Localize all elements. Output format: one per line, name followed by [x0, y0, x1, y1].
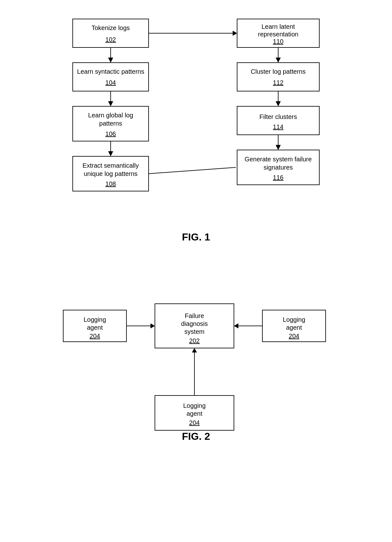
svg-text:agent: agent — [87, 324, 103, 331]
svg-text:FIG. 2: FIG. 2 — [182, 431, 210, 442]
svg-text:Logging: Logging — [83, 316, 106, 323]
fig2-diagram: Logging agent 204 Failure diagnosis syst… — [22, 259, 370, 443]
svg-text:representation: representation — [258, 31, 298, 38]
svg-text:Tokenize logs: Tokenize logs — [91, 24, 130, 31]
fig1-diagram: Tokenize logs 102 Learn syntactic patter… — [22, 13, 370, 253]
svg-rect-0 — [73, 19, 149, 47]
svg-text:patterns: patterns — [99, 120, 122, 127]
svg-text:Generate system failure: Generate system failure — [245, 156, 312, 163]
svg-rect-33 — [237, 106, 319, 135]
svg-line-42 — [149, 167, 236, 174]
svg-text:diagnosis: diagnosis — [181, 320, 208, 327]
svg-text:Logging: Logging — [283, 316, 305, 323]
svg-text:108: 108 — [105, 180, 116, 187]
svg-text:signatures: signatures — [264, 164, 293, 171]
svg-text:204: 204 — [189, 419, 199, 426]
svg-text:Learn latent: Learn latent — [261, 23, 295, 30]
svg-text:116: 116 — [273, 174, 283, 181]
svg-marker-4 — [108, 58, 113, 63]
svg-text:202: 202 — [189, 337, 199, 344]
svg-text:104: 104 — [105, 79, 116, 86]
svg-marker-32 — [276, 101, 281, 106]
svg-marker-66 — [192, 348, 197, 352]
svg-marker-15 — [108, 151, 113, 156]
svg-text:agent: agent — [286, 324, 302, 331]
svg-text:204: 204 — [89, 333, 100, 340]
svg-text:FIG. 1: FIG. 1 — [182, 231, 210, 243]
svg-marker-25 — [233, 31, 237, 36]
svg-text:110: 110 — [273, 38, 283, 45]
svg-marker-37 — [276, 145, 281, 150]
svg-marker-49 — [150, 323, 155, 328]
svg-text:agent: agent — [187, 410, 202, 417]
svg-text:Learn syntactic patterns: Learn syntactic patterns — [77, 68, 144, 75]
svg-text:204: 204 — [289, 333, 299, 340]
svg-marker-9 — [108, 101, 113, 106]
svg-text:102: 102 — [105, 36, 116, 43]
svg-text:Failure: Failure — [185, 312, 204, 319]
svg-text:Logging: Logging — [183, 402, 205, 409]
svg-text:Filter clusters: Filter clusters — [260, 113, 297, 120]
svg-marker-60 — [234, 323, 238, 328]
svg-text:Extract semantically: Extract semantically — [83, 162, 139, 169]
svg-text:112: 112 — [273, 79, 283, 86]
svg-text:114: 114 — [273, 123, 283, 130]
svg-marker-27 — [276, 58, 281, 63]
svg-rect-28 — [237, 63, 319, 91]
svg-text:Learn global log: Learn global log — [88, 112, 133, 119]
svg-rect-5 — [73, 63, 149, 91]
svg-text:106: 106 — [105, 130, 116, 137]
svg-text:unique log patterns: unique log patterns — [84, 170, 138, 177]
svg-text:system: system — [184, 328, 204, 335]
svg-text:Cluster log patterns: Cluster log patterns — [251, 68, 305, 75]
